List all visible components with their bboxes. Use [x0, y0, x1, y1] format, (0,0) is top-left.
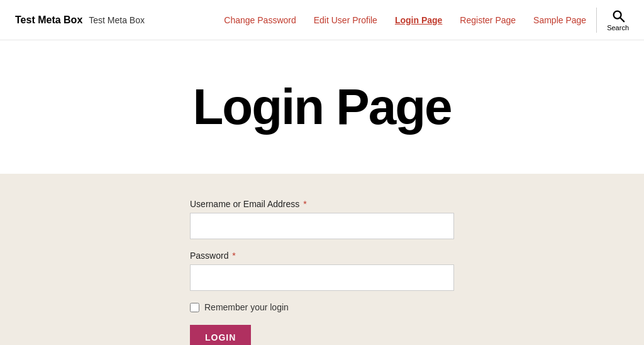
nav-change-password[interactable]: Change Password: [224, 15, 296, 25]
site-header: Test Meta Box Test Meta Box Change Passw…: [0, 0, 644, 40]
username-required: *: [301, 199, 306, 209]
nav-edit-user-profile[interactable]: Edit User Profile: [314, 15, 377, 25]
password-input[interactable]: [190, 264, 454, 291]
remember-checkbox[interactable]: [190, 303, 199, 312]
password-label: Password *: [190, 251, 454, 261]
search-label: Search: [607, 24, 629, 31]
nav-register-page[interactable]: Register Page: [460, 15, 516, 25]
brand-name: Test Meta Box: [15, 14, 82, 26]
login-button[interactable]: LOGIN: [190, 325, 251, 345]
username-input[interactable]: [190, 213, 454, 239]
brand-tagline: Test Meta Box: [89, 15, 145, 25]
brand: Test Meta Box Test Meta Box: [15, 14, 145, 26]
username-group: Username or Email Address *: [190, 199, 454, 239]
password-group: Password *: [190, 251, 454, 291]
login-form-section: Username or Email Address * Password * R…: [0, 174, 644, 345]
search-button[interactable]: Search: [607, 9, 629, 31]
nav-sample-page[interactable]: Sample Page: [533, 15, 586, 25]
svg-line-1: [620, 18, 624, 21]
password-required: *: [230, 251, 235, 261]
search-icon: [611, 9, 625, 23]
nav-login-page[interactable]: Login Page: [395, 15, 442, 25]
login-form-container: Username or Email Address * Password * R…: [190, 199, 454, 345]
page-title: Login Page: [192, 78, 451, 136]
remember-group: Remember your login: [190, 302, 454, 312]
hero-section: Login Page: [0, 40, 644, 174]
remember-label[interactable]: Remember your login: [204, 302, 289, 312]
header-divider: [596, 8, 597, 33]
username-label: Username or Email Address *: [190, 199, 454, 209]
main-nav: Change Password Edit User Profile Login …: [224, 15, 586, 25]
